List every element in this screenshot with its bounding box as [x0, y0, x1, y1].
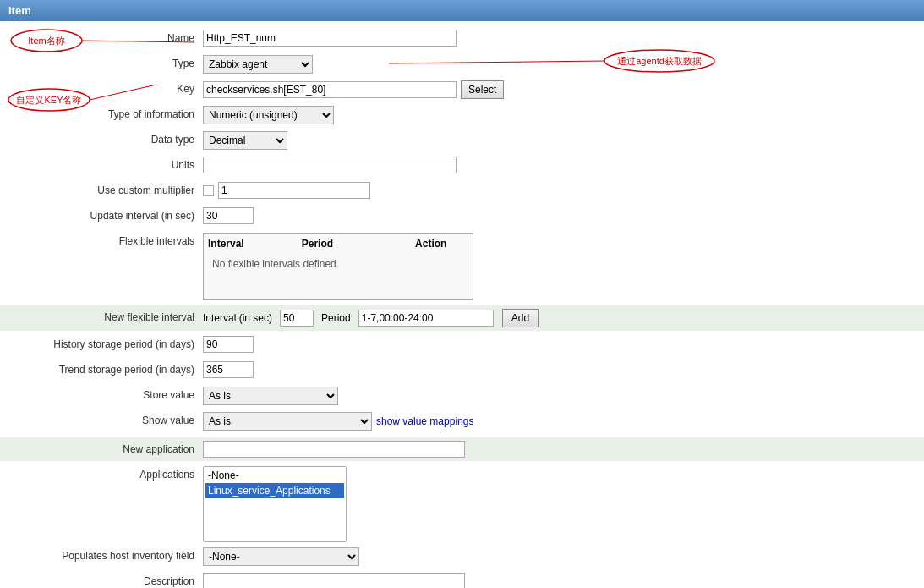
- type-field: Zabbix agent: [203, 55, 924, 74]
- period-label: Period: [321, 312, 351, 324]
- history-row: History storage period (in days): [0, 336, 924, 356]
- units-input[interactable]: [203, 157, 457, 173]
- new-application-label: New application: [0, 441, 203, 455]
- name-field: [203, 30, 924, 47]
- store-value-select[interactable]: As is: [203, 387, 338, 405]
- data-type-row: Data type Decimal: [0, 131, 924, 151]
- period-col-header: Period: [302, 238, 381, 250]
- description-textarea[interactable]: [203, 573, 465, 588]
- show-value-field: As is show value mappings: [203, 412, 924, 431]
- none-option[interactable]: -None-: [205, 468, 344, 483]
- type-label: Type: [0, 55, 203, 69]
- history-field: [203, 336, 924, 353]
- description-label: Description: [0, 573, 203, 587]
- action-col-header: Action: [415, 238, 468, 250]
- period-input[interactable]: [358, 310, 494, 327]
- add-button[interactable]: Add: [502, 309, 539, 327]
- type-of-info-select[interactable]: Numeric (unsigned): [203, 106, 334, 124]
- interval-col-header: Interval: [208, 238, 268, 250]
- applications-field: -None- Linux_service_Applications: [203, 466, 924, 542]
- type-of-info-label: Type of information: [0, 106, 203, 120]
- title-bar: Item: [0, 0, 924, 21]
- interval-in-sec-label: Interval (in sec): [203, 312, 272, 324]
- trend-row: Trend storage period (in days): [0, 361, 924, 382]
- key-row: Key Select: [0, 80, 924, 101]
- applications-listbox[interactable]: -None- Linux_service_Applications: [203, 466, 347, 542]
- key-label: Key: [0, 80, 203, 95]
- page-wrapper: Item Item名称 自定义KEY名称 通过agentd获取数据 Name T…: [0, 0, 924, 588]
- populate-label: Populates host inventory field: [0, 547, 203, 562]
- populate-field: -None-: [203, 547, 924, 566]
- show-value-select[interactable]: As is: [203, 412, 372, 431]
- select-button[interactable]: Select: [461, 80, 504, 99]
- units-label: Units: [0, 157, 203, 171]
- update-interval-row: Update interval (in sec): [0, 207, 924, 228]
- store-value-row: Store value As is: [0, 387, 924, 407]
- show-value-label: Show value: [0, 412, 203, 426]
- data-type-select[interactable]: Decimal: [203, 131, 287, 150]
- new-application-input[interactable]: [203, 441, 465, 458]
- type-select[interactable]: Zabbix agent: [203, 55, 313, 74]
- flexible-intervals-header: Interval Period Action: [208, 238, 468, 250]
- data-type-label: Data type: [0, 131, 203, 146]
- history-label: History storage period (in days): [0, 336, 203, 350]
- no-intervals-text: No flexible intervals defined.: [208, 254, 468, 274]
- flexible-intervals-row: Flexible intervals Interval Period Actio…: [0, 233, 924, 300]
- applications-row: Applications -None- Linux_service_Applic…: [0, 466, 924, 542]
- linux-service-option[interactable]: Linux_service_Applications: [205, 483, 344, 498]
- name-input[interactable]: [203, 30, 457, 47]
- show-value-mappings-link[interactable]: show value mappings: [376, 415, 473, 427]
- trend-field: [203, 361, 924, 378]
- update-interval-input[interactable]: [203, 207, 254, 224]
- multiplier-label: Use custom multiplier: [0, 182, 203, 196]
- multiplier-input[interactable]: [218, 182, 370, 199]
- type-row: Type Zabbix agent: [0, 55, 924, 75]
- key-input[interactable]: [203, 81, 457, 98]
- trend-label: Trend storage period (in days): [0, 361, 203, 376]
- store-value-field: As is: [203, 387, 924, 405]
- history-input[interactable]: [203, 336, 254, 353]
- key-field: Select: [203, 80, 924, 99]
- description-field: [203, 573, 924, 588]
- trend-input[interactable]: [203, 361, 254, 378]
- multiplier-field: [203, 182, 924, 199]
- flexible-intervals-label: Flexible intervals: [0, 233, 203, 247]
- new-flexible-interval-field: Interval (in sec) Period Add: [203, 309, 924, 327]
- data-type-field: Decimal: [203, 131, 924, 150]
- new-application-field: [203, 441, 924, 458]
- interval-in-sec-input[interactable]: [280, 310, 314, 327]
- description-row: Description: [0, 573, 924, 588]
- new-flexible-interval-label: New flexible interval: [0, 309, 203, 323]
- type-of-info-field: Numeric (unsigned): [203, 106, 924, 124]
- populate-select[interactable]: -None-: [203, 547, 359, 566]
- applications-label: Applications: [0, 466, 203, 481]
- form-container: Name Type Zabbix agent Key Select Type: [0, 21, 924, 588]
- show-value-row: Show value As is show value mappings: [0, 412, 924, 432]
- name-row: Name: [0, 30, 924, 50]
- units-row: Units: [0, 157, 924, 177]
- title-text: Item: [8, 4, 31, 17]
- flexible-intervals-box: Interval Period Action No flexible inter…: [203, 233, 473, 300]
- new-flexible-interval-row: New flexible interval Interval (in sec) …: [0, 305, 924, 331]
- populate-row: Populates host inventory field -None-: [0, 547, 924, 568]
- units-field: [203, 157, 924, 173]
- multiplier-row: Use custom multiplier: [0, 182, 924, 202]
- multiplier-checkbox[interactable]: [203, 185, 214, 196]
- update-interval-field: [203, 207, 924, 224]
- new-application-row: New application: [0, 437, 924, 461]
- flexible-intervals-field: Interval Period Action No flexible inter…: [203, 233, 924, 300]
- name-label: Name: [0, 30, 203, 44]
- update-interval-label: Update interval (in sec): [0, 207, 203, 222]
- store-value-label: Store value: [0, 387, 203, 401]
- type-of-info-row: Type of information Numeric (unsigned): [0, 106, 924, 126]
